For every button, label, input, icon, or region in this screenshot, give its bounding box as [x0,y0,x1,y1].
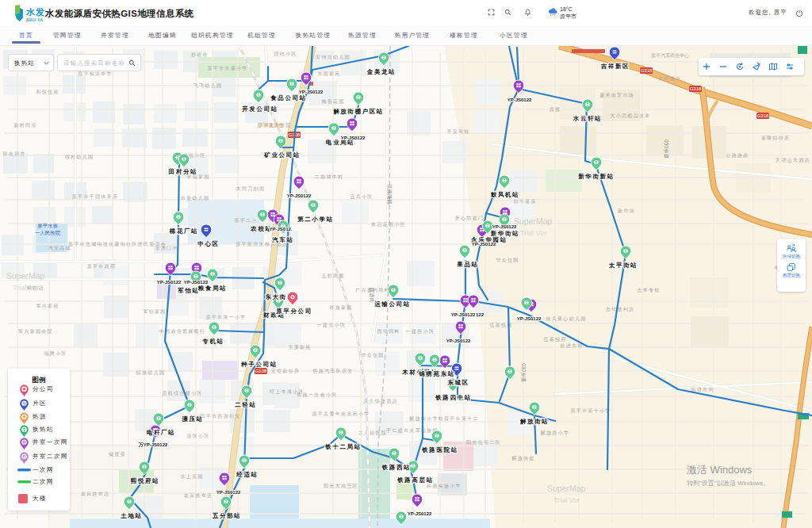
svg-text:水上乐园: 水上乐园 [180,474,203,480]
svg-text:电杆厂站: 电杆厂站 [147,429,175,436]
svg-text:原平北大医院: 原平北大医院 [257,122,292,128]
svg-text:原平分公司: 原平分公司 [275,308,312,315]
svg-text:新村同乐: 新村同乐 [13,122,36,128]
svg-text:华众佳园: 华众佳园 [496,258,519,263]
svg-text:五分部站: 五分部站 [213,512,241,519]
svg-text:安悻坊幼儿园: 安悻坊幼儿园 [316,54,350,60]
svg-text:Trial Ver: Trial Ver [520,229,546,237]
svg-text:专机站: 专机站 [201,338,224,345]
svg-text:SuperMap: SuperMap [514,216,553,226]
svg-text:锦绣苑东站: 锦绣苑东站 [418,370,455,377]
svg-text:YP-JS0122: YP-JS0122 [299,90,324,94]
svg-text:科惠实验小学: 科惠实验小学 [427,484,462,488]
svg-text:老百姓布店: 老百姓布店 [81,491,110,497]
svg-text:老百姓布店: 老百姓布店 [184,492,213,499]
svg-text:梅香花园: 梅香花园 [320,98,344,105]
svg-text:泰隆招待所: 泰隆招待所 [761,135,791,141]
svg-text:久红超市: 久红超市 [658,75,681,82]
svg-text:经适站: 经适站 [236,471,258,478]
svg-text:解放西小学: 解放西小学 [541,430,570,436]
svg-text:华众佳园: 华众佳园 [361,353,384,358]
svg-text:漂压站: 漂压站 [181,415,203,423]
svg-text:050乡道: 050乡道 [663,140,669,159]
svg-text:YP-JS0122: YP-JS0122 [508,98,532,102]
svg-text:志华便利店: 志华便利店 [605,306,635,312]
svg-text:土地站: 土地站 [120,512,142,519]
svg-text:YP-JS0122: YP-JS0122 [216,490,241,495]
svg-text:中心区: 中心区 [197,240,219,247]
svg-text:第二小学站: 第二小学站 [297,216,334,223]
svg-text:一人民医院: 一人民医院 [35,230,61,236]
svg-text:储度景: 储度景 [109,451,126,457]
svg-text:原平市北城街道永康街社区居民委员会: 原平市北城街道永康街社区居民委员会 [68,241,167,247]
svg-text:原平市永康小学: 原平市永康小学 [207,65,247,71]
svg-text:志希专校: 志希专校 [636,288,660,293]
svg-text:原规: 原规 [550,106,561,113]
svg-text:东圆家苑: 东圆家苑 [317,71,340,77]
svg-text:YP-JS0122: YP-JS0122 [451,312,476,317]
svg-text:阳光大地三区: 阳光大地三区 [324,483,358,489]
svg-text:YP-JS0122: YP-JS0122 [517,316,542,321]
svg-text:平安驾校: 平安驾校 [446,128,469,134]
svg-text:东大街: 东大街 [265,293,286,300]
svg-text:原平水寨: 原平水寨 [37,223,59,228]
svg-text:万YP-JS0122: 万YP-JS0122 [138,442,168,448]
svg-text:义久快捷酒店: 义久快捷酒店 [363,398,398,404]
svg-text:铁路西站: 铁路西站 [381,464,411,471]
svg-text:田村分站: 田村分站 [169,168,197,175]
svg-text:一建西小区: 一建西小区 [406,328,435,335]
svg-text:122: 122 [476,312,485,317]
svg-text:原平市千团休养所: 原平市千团休养所 [72,193,118,200]
svg-text:吉祥新区: 吉祥新区 [600,63,630,70]
svg-text:开发公司站: 开发公司站 [241,105,278,113]
svg-text:YP-JS0122: YP-JS0122 [157,280,182,285]
svg-text:原平市西游织女: 原平市西游织女 [200,413,240,419]
svg-text:食品花园小区: 食品花园小区 [371,221,406,228]
svg-text:二人抬医院: 二人抬医院 [358,430,388,436]
svg-text:鼓风机站: 鼓风机站 [491,191,519,198]
svg-text:解放街盗: 解放街盗 [511,455,534,461]
svg-text:G318: G318 [690,86,702,91]
svg-text:二轻站: 二轻站 [235,401,256,408]
svg-text:汽车站: 汽车站 [271,236,293,243]
svg-text:军兴家苑: 军兴家苑 [36,303,59,309]
svg-text:原平市第十小学: 原平市第十小学 [570,407,611,413]
svg-text:SuperMap: SuperMap [547,484,586,493]
svg-text:于仁超市火车站旅馆: 于仁超市火车站旅馆 [385,427,439,434]
svg-text:缤旗幼儿园: 缤旗幼儿园 [136,369,166,376]
svg-text:部改宿舍: 部改宿舍 [2,151,25,157]
svg-text:果品站: 果品站 [456,261,478,268]
svg-text:原平市第一小学: 原平市第一小学 [205,314,246,319]
svg-text:铁路汽车队宿舍: 铁路汽车队宿舍 [312,368,353,374]
svg-text:五彩商圈: 五彩商圈 [321,273,344,279]
svg-text:胡牛退亲: 胡牛退亲 [513,198,536,205]
svg-text:YP-JS0122: YP-JS0122 [287,193,312,198]
svg-text:YP-JS0122: YP-JS0122 [341,136,366,140]
svg-text:妙祥寺: 妙祥寺 [191,52,209,57]
svg-text:金美龙站: 金美龙站 [366,68,396,75]
svg-text:经上冬海小区: 经上冬海小区 [270,388,304,394]
svg-text:YP-JS0122: YP-JS0122 [184,280,209,285]
svg-text:瑞腾小区: 瑞腾小区 [44,350,67,356]
svg-text:030乡道: 030乡道 [520,363,527,382]
svg-text:盛美农贸市场: 盛美农贸市场 [599,92,634,98]
svg-text:阳光住宅二区: 阳光住宅二区 [466,439,501,446]
svg-text:YP-JS0122: YP-JS0122 [492,224,517,229]
svg-text:湿区小区: 湿区小区 [186,433,209,438]
svg-text:粮食局站: 粮食局站 [197,285,227,292]
svg-text:军怡站: 军怡站 [178,287,199,294]
svg-text:Trial Ver: Trial Ver [553,496,580,504]
svg-text:团结小区: 团结小区 [274,51,297,57]
svg-text:铁路四中站: 铁路四中站 [435,394,472,401]
svg-text:玉溪新苑: 玉溪新苑 [288,344,311,350]
svg-text:解放街小学校原平市第十二: 解放街小学校原平市第十二 [409,415,479,422]
svg-text:SuperMap: SuperMap [6,271,45,281]
svg-text:原平汽车商业中心: 原平汽车商业中心 [651,52,689,58]
svg-text:YP-JS012.: YP-JS012. [269,227,292,231]
svg-text:美心防盗门: 美心防盗门 [455,215,485,221]
svg-text:大同刀削面: 大同刀削面 [236,186,266,192]
svg-text:铁路高层站: 铁路高层站 [396,476,434,484]
svg-text:水滴口岸: 水滴口岸 [155,245,178,251]
svg-text:大小武糖品水率: 大小武糖品水率 [610,113,650,119]
svg-text:YP-JS0122: YP-JS0122 [446,339,471,343]
